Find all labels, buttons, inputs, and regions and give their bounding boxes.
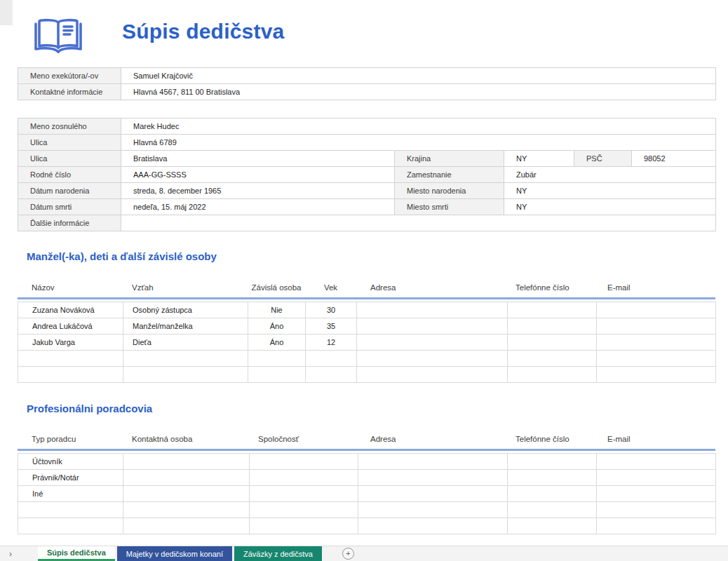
cell[interactable] xyxy=(597,351,716,367)
field-value-deceased-name[interactable]: Marek Hudec xyxy=(121,119,716,135)
cell[interactable]: Manžel/manželka xyxy=(123,318,248,334)
cell[interactable]: 12 xyxy=(306,334,357,351)
cell[interactable] xyxy=(358,518,508,534)
field-value-personal-id[interactable]: AAA-GG-SSSS xyxy=(121,167,395,183)
field-label-street2: Ulica xyxy=(18,151,121,167)
cell[interactable] xyxy=(250,502,358,518)
cell[interactable] xyxy=(18,518,123,534)
table-row xyxy=(18,502,716,518)
cell[interactable] xyxy=(248,351,306,367)
field-value-death-place[interactable]: NY xyxy=(504,199,716,215)
sheet-tab-supis-dedicstva[interactable]: Súpis dedičstva xyxy=(38,546,115,561)
cell[interactable] xyxy=(18,367,123,383)
table-row: Jakub Varga Dieťa Áno 12 xyxy=(18,334,716,351)
column-header: Názov xyxy=(18,283,123,292)
cell[interactable] xyxy=(123,351,248,367)
field-value-zip[interactable]: 98052 xyxy=(632,151,716,167)
cell[interactable] xyxy=(18,502,123,518)
cell[interactable] xyxy=(250,486,358,502)
cell[interactable] xyxy=(508,502,597,518)
table-row: Iné xyxy=(18,486,716,502)
cell[interactable] xyxy=(123,470,250,486)
cell[interactable]: Osobný zástupca xyxy=(123,302,248,318)
field-value-country[interactable]: NY xyxy=(504,151,574,167)
cell[interactable] xyxy=(597,302,716,318)
column-header: Adresa xyxy=(358,435,507,443)
cell[interactable]: Zuzana Nováková xyxy=(18,302,123,318)
field-value-street2[interactable]: Bratislava xyxy=(121,151,395,167)
cell[interactable] xyxy=(597,367,716,383)
cell[interactable] xyxy=(358,502,508,518)
cell[interactable] xyxy=(357,318,508,334)
cell[interactable]: 30 xyxy=(306,302,357,318)
cell[interactable] xyxy=(508,486,597,502)
cell[interactable] xyxy=(508,518,597,534)
cell[interactable] xyxy=(508,334,597,351)
add-sheet-button[interactable]: + xyxy=(342,548,354,560)
cell[interactable] xyxy=(597,502,716,518)
cell[interactable] xyxy=(597,318,716,334)
field-value-birth-date[interactable]: streda, 8. december 1965 xyxy=(121,183,395,199)
table-row: Zuzana Nováková Osobný zástupca Nie 30 xyxy=(18,302,716,318)
cell[interactable] xyxy=(597,518,716,534)
field-label-country: Krajina xyxy=(395,151,504,167)
cell[interactable] xyxy=(123,502,250,518)
cell[interactable] xyxy=(357,302,508,318)
cell[interactable] xyxy=(597,486,716,502)
cell[interactable] xyxy=(597,470,716,486)
cell[interactable] xyxy=(306,367,357,383)
dependents-table-header: Názov Vzťah Závislá osoba Vek Adresa Tel… xyxy=(18,278,715,299)
cell[interactable] xyxy=(250,454,358,470)
cell[interactable] xyxy=(508,351,597,367)
cell[interactable] xyxy=(597,454,716,470)
cell[interactable]: Jakub Varga xyxy=(18,334,123,351)
cell[interactable] xyxy=(306,351,357,367)
cell[interactable]: Iné xyxy=(18,486,123,502)
cell[interactable] xyxy=(357,351,508,367)
sheet-nav-arrow-icon[interactable]: › xyxy=(0,546,21,561)
column-header: Vzťah xyxy=(123,283,248,292)
cell[interactable] xyxy=(358,470,508,486)
cell[interactable]: Právnik/Notár xyxy=(18,470,123,486)
cell[interactable]: 35 xyxy=(306,318,357,334)
cell[interactable] xyxy=(123,518,250,534)
cell[interactable] xyxy=(18,351,123,367)
cell[interactable] xyxy=(123,486,250,502)
cell[interactable] xyxy=(358,454,508,470)
cell[interactable]: Andrea Lukáčová xyxy=(18,318,123,334)
field-value-street1[interactable]: Hlavná 6789 xyxy=(121,135,716,151)
cell[interactable]: Áno xyxy=(248,334,306,351)
sheet-tab-bar: › Súpis dedičstva Majetky v dedičskom ko… xyxy=(0,546,728,561)
cell[interactable] xyxy=(508,470,597,486)
cell[interactable] xyxy=(123,454,250,470)
page-title: Súpis dedičstva xyxy=(122,20,284,43)
cell[interactable] xyxy=(597,334,716,351)
cell[interactable] xyxy=(250,470,358,486)
cell[interactable] xyxy=(123,367,248,383)
cell[interactable] xyxy=(250,518,358,534)
field-value-contact-info[interactable]: Hlavná 4567, 811 00 Bratislava xyxy=(121,84,716,100)
cell[interactable] xyxy=(357,367,508,383)
field-value-occupation[interactable]: Zubár xyxy=(504,167,716,183)
table-row: Andrea Lukáčová Manžel/manželka Áno 35 xyxy=(18,318,716,334)
field-label-occupation: Zamestnanie xyxy=(395,167,504,183)
sheet-tab-zavazky[interactable]: Záväzky z dedičstva xyxy=(234,546,322,561)
cell[interactable] xyxy=(248,367,306,383)
field-value-birth-place[interactable]: NY xyxy=(504,183,716,199)
cell[interactable]: Dieťa xyxy=(123,334,248,351)
cell[interactable] xyxy=(508,454,597,470)
sheet-tab-majetky[interactable]: Majetky v dedičskom konaní xyxy=(117,546,232,561)
field-value-more-info[interactable] xyxy=(121,215,716,231)
cell[interactable]: Áno xyxy=(248,318,306,334)
cell[interactable]: Účtovník xyxy=(18,454,123,470)
cell[interactable] xyxy=(357,334,508,351)
cell[interactable] xyxy=(508,318,597,334)
field-label-birth-place: Miesto narodenia xyxy=(395,183,504,199)
cell[interactable] xyxy=(358,486,508,502)
cell[interactable] xyxy=(508,302,597,318)
cell[interactable] xyxy=(508,367,597,383)
field-label-zip: PSČ xyxy=(574,151,632,167)
field-value-death-date[interactable]: nedeľa, 15. máj 2022 xyxy=(121,199,395,215)
cell[interactable]: Nie xyxy=(248,302,306,318)
field-value-executor-name[interactable]: Samuel Krajčovič xyxy=(121,68,716,84)
